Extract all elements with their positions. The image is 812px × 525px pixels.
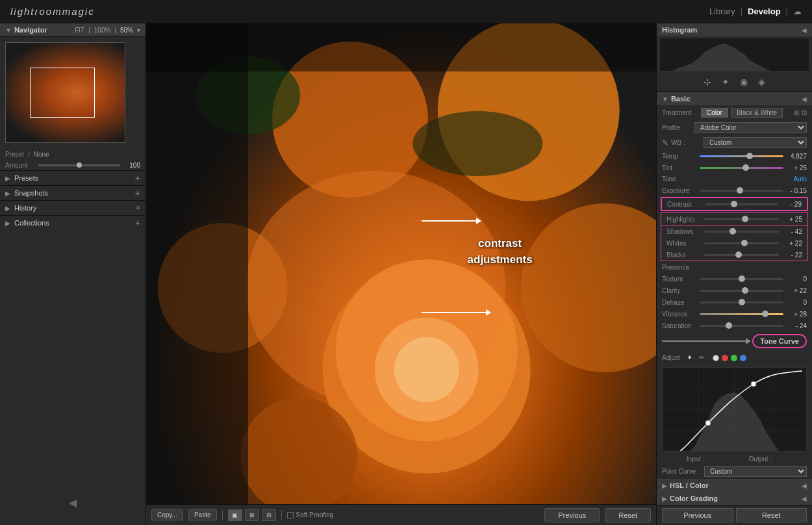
snapshots-section[interactable]: ▶ Snapshots + — [0, 185, 146, 200]
treatment-bw-btn[interactable]: Black & White — [731, 108, 783, 118]
saturation-slider[interactable] — [700, 321, 783, 330]
toolbar-separator-1 — [222, 510, 223, 520]
history-label: History — [14, 204, 136, 212]
soft-proof-checkbox[interactable] — [287, 512, 294, 519]
nav-sep1: | — [741, 6, 742, 16]
blacks-row: Blacks - 22 — [661, 249, 808, 261]
histogram-arrow[interactable]: ◀ — [802, 27, 807, 34]
dehaze-slider[interactable] — [700, 298, 783, 307]
view-compare-icon[interactable]: ⊞ — [245, 509, 259, 521]
texture-row: Texture 0 — [657, 273, 812, 285]
point-curve-select[interactable]: Custom — [704, 466, 807, 477]
tc-dot-blue[interactable] — [740, 355, 746, 361]
profile-grid-icon-1[interactable]: ⊞ — [794, 109, 799, 116]
shadows-slider[interactable] — [704, 227, 779, 236]
clarity-slider[interactable] — [700, 286, 783, 295]
hsl-arrow[interactable]: ◀ — [802, 482, 807, 489]
vibrance-label: Vibrance — [662, 311, 700, 318]
nav-develop[interactable]: Develop — [748, 6, 781, 16]
zoom-50[interactable]: 50% — [120, 27, 133, 34]
cg-collapse-arrow[interactable]: ▶ — [662, 495, 667, 502]
texture-slider[interactable] — [700, 274, 783, 283]
tc-dot-white[interactable] — [713, 355, 719, 361]
temp-slider[interactable] — [700, 151, 783, 160]
point-curve-row: Point Curve : Custom — [657, 464, 812, 479]
eyedropper-icon[interactable]: ✎ — [662, 138, 668, 147]
wb-select[interactable]: Custom — [704, 137, 807, 148]
profile-select[interactable]: Adobe Color — [694, 122, 807, 133]
develop-tool-grad[interactable]: ◈ — [758, 77, 765, 87]
develop-tool-eye[interactable]: ◉ — [740, 77, 748, 87]
cg-arrow[interactable]: ◀ — [802, 495, 807, 502]
dehaze-row: Dehaze 0 — [657, 296, 812, 308]
cloud-icon[interactable]: ☁ — [793, 6, 802, 16]
basic-arrow[interactable]: ◀ — [802, 96, 807, 103]
basic-title: Basic — [671, 95, 690, 103]
presets-section[interactable]: ▶ Presets + — [0, 170, 146, 185]
tone-curve-graph — [662, 367, 807, 452]
nav-library[interactable]: Library — [709, 6, 735, 16]
paste-button[interactable]: Paste — [188, 509, 217, 520]
tc-pen-btn[interactable]: ✏ — [699, 353, 705, 362]
thumbnail-image — [6, 43, 125, 142]
contrast-slider[interactable] — [705, 199, 778, 209]
treatment-row: Treatment Color Black & White ⊞ ⊡ — [657, 105, 812, 120]
highlights-value: + 25 — [779, 216, 802, 223]
preset-slash: / — [28, 151, 30, 158]
tc-dot-red[interactable] — [722, 355, 728, 361]
amount-slider[interactable] — [38, 164, 120, 166]
navigator-collapse-arrow[interactable]: ▼ — [5, 27, 12, 34]
snapshots-add-btn[interactable]: + — [135, 188, 140, 198]
dehaze-label: Dehaze — [662, 299, 700, 306]
tint-slider[interactable] — [700, 163, 783, 172]
contrast-row: Contrast - 29 — [661, 197, 808, 211]
view-icon-group: ▣ ⊞ ⊟ — [228, 509, 276, 521]
annotation-line1: contrast — [478, 237, 522, 250]
left-panel-collapse-btn[interactable]: ◀ — [0, 491, 146, 514]
whites-slider[interactable] — [704, 238, 779, 248]
develop-tool-heal[interactable]: ✦ — [722, 77, 730, 87]
history-section[interactable]: ▶ History × — [0, 200, 146, 215]
vibrance-slider[interactable] — [700, 309, 783, 318]
reset-button[interactable]: Reset — [605, 508, 651, 522]
history-close-btn[interactable]: × — [136, 203, 140, 212]
preset-label: Preset — [5, 151, 24, 158]
copy-button[interactable]: Copy... — [151, 509, 183, 520]
exposure-slider[interactable] — [700, 186, 783, 195]
panel-previous-button[interactable]: Previous — [662, 508, 733, 522]
blacks-slider[interactable] — [704, 250, 779, 259]
tone-curve-arrow-row: Tone Curve — [657, 331, 812, 351]
develop-tool-crop[interactable]: ⊹ — [704, 77, 711, 87]
tone-curve-badge: Tone Curve — [752, 334, 807, 348]
auto-button[interactable]: Auto — [793, 175, 807, 183]
treatment-color-btn[interactable]: Color — [701, 108, 728, 118]
zoom-100[interactable]: 100% — [94, 27, 111, 34]
profile-grid-icon-2[interactable]: ⊡ — [802, 109, 807, 116]
tone-label: Tone — [662, 175, 676, 183]
presets-add-btn[interactable]: + — [135, 173, 140, 183]
navigator-header: ▼ Navigator FIT | 100% | 50% ▾ — [0, 23, 146, 37]
view-survey-icon[interactable]: ⊟ — [262, 509, 276, 521]
collections-section[interactable]: ▶ Collections + — [0, 215, 146, 230]
left-edge: ◀ — [0, 502, 146, 525]
previous-button[interactable]: Previous — [544, 508, 600, 522]
view-single-icon[interactable]: ▣ — [228, 509, 242, 521]
treatment-label: Treatment — [662, 109, 701, 116]
photo-image: contrast adjustments — [146, 23, 656, 504]
hsl-collapse-arrow[interactable]: ▶ — [662, 482, 667, 489]
svg-marker-21 — [666, 392, 806, 451]
svg-marker-14 — [660, 44, 803, 71]
panel-reset-button[interactable]: Reset — [736, 508, 807, 522]
highlights-slider[interactable] — [704, 214, 779, 224]
tc-point-btn[interactable]: ✦ — [687, 353, 692, 362]
presets-label: Presets — [14, 174, 135, 182]
tc-output-label: Output : — [749, 455, 772, 463]
collections-add-btn[interactable]: + — [135, 218, 140, 227]
whites-row: Whites + 22 — [661, 237, 808, 249]
soft-proofing-toggle[interactable]: Soft Proofing — [287, 511, 334, 519]
zoom-dropdown[interactable]: ▾ — [137, 27, 140, 34]
zoom-fit[interactable]: FIT — [75, 27, 84, 34]
basic-collapse-arrow[interactable]: ▼ — [662, 96, 668, 103]
tc-dot-green[interactable] — [731, 355, 737, 361]
navigator-zoom-controls: FIT | 100% | 50% ▾ — [75, 27, 140, 34]
